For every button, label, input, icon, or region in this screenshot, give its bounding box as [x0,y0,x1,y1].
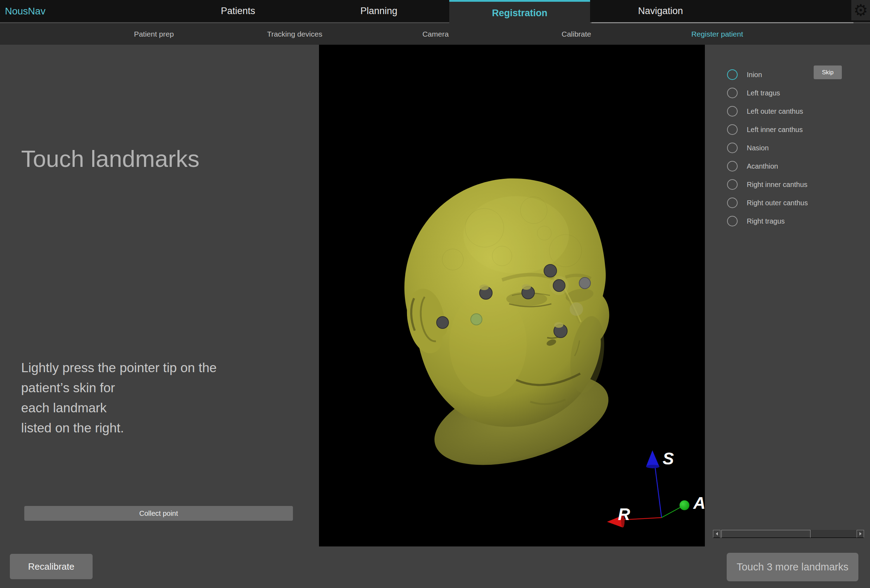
gear-icon: ⚙ [854,2,868,18]
scroll-right-arrow-icon [860,532,861,536]
head-landmark-dot [544,264,557,277]
head-landmark-dot [553,280,565,292]
skip-button[interactable]: Skip [814,65,842,79]
landmark-radio-icon[interactable] [727,124,737,135]
landmark-label: Left tragus [747,89,780,97]
nousnav-window: NousNav PatientsPlanningRegistrationNavi… [0,0,870,588]
app-logo: NousNav [5,0,45,22]
head-landmark-dot [570,302,583,316]
landmark-label: Left outer canthus [747,107,803,116]
step-tracking-devices[interactable]: Tracking devices [224,23,365,45]
head-landmark-dot [579,277,590,289]
axis-a-sphere [679,500,690,510]
landmark-item-right-outer-canthus[interactable]: Right outer canthus [727,194,808,212]
landmark-label: Left inner canthus [747,126,803,134]
step-camera[interactable]: Camera [365,23,506,45]
landmark-label: Nasion [747,144,769,152]
landmark-item-inion[interactable]: Inion [727,65,808,84]
landmark-label: Right tragus [747,217,785,225]
landmark-label: Acanthion [747,162,778,170]
3d-viewport[interactable]: S A R [319,45,705,546]
landmark-item-left-tragus[interactable]: Left tragus [727,84,808,102]
topbar-separator-highlight [591,22,854,23]
registration-step-bar: Patient prepTracking devicesCameraCalibr… [0,23,870,45]
axis-label-a: A [693,494,705,512]
settings-button[interactable]: ⚙ [851,0,870,21]
instruction-line: each landmark [21,398,216,418]
landmark-radio-icon[interactable] [727,143,737,153]
tab-registration[interactable]: Registration [449,0,590,25]
landmark-radio-icon[interactable] [727,216,737,226]
landmark-radio-icon[interactable] [727,179,737,190]
landmark-item-right-tragus[interactable]: Right tragus [727,212,808,230]
landmark-item-right-inner-canthus[interactable]: Right inner canthus [727,175,808,194]
axis-label-s: S [663,449,674,468]
landmark-dot-cap [480,284,489,290]
scrollbar-thumb[interactable] [721,530,810,538]
step-calibrate[interactable]: Calibrate [506,23,647,45]
horizontal-scrollbar [713,530,864,538]
head-model-render: S A R [319,45,705,546]
axis-label-r: R [618,505,630,524]
landmark-list: InionLeft tragusLeft outer canthusLeft i… [727,65,808,230]
axis-s-cone [646,450,660,467]
landmark-label: Right outer canthus [747,199,808,207]
instruction-line: listed on the right. [21,418,216,438]
instruction-line: patient’s skin for [21,378,216,398]
main-tab-bar: PatientsPlanningRegistrationNavigation [168,0,731,22]
orientation-axes: S A R [607,449,705,527]
head-landmark-dot [471,314,482,325]
step-register-patient[interactable]: Register patient [647,23,788,45]
landmark-radio-icon[interactable] [727,161,737,171]
head-landmark-dot [436,317,448,329]
landmark-radio-icon[interactable] [727,88,737,98]
touch-landmarks-progress-button[interactable]: Touch 3 more landmarks [727,553,858,581]
instruction-line: Lightly press the pointer tip on the [21,358,216,378]
landmark-label: Right inner canthus [747,181,807,189]
collect-point-button[interactable]: Collect point [24,506,293,521]
tab-navigation[interactable]: Navigation [590,0,731,22]
landmark-label: Inion [747,71,762,79]
landmark-item-left-inner-canthus[interactable]: Left inner canthus [727,121,808,139]
landmark-radio-icon[interactable] [727,198,737,208]
landmark-radio-icon[interactable] [727,69,737,80]
landmark-item-nasion[interactable]: Nasion [727,139,808,157]
landmark-radio-icon[interactable] [727,106,737,116]
scroll-left-arrow-icon [716,532,718,536]
step-patient-prep[interactable]: Patient prep [83,23,224,45]
recalibrate-button[interactable]: Recalibrate [10,554,92,579]
landmark-dot-cap [522,284,531,290]
scroll-left-button[interactable] [713,530,720,538]
tab-planning[interactable]: Planning [308,0,449,22]
instruction-text: Lightly press the pointer tip on the pat… [21,358,216,438]
scrollbar-track[interactable] [810,530,857,538]
tab-patients[interactable]: Patients [168,0,308,22]
page-title: Touch landmarks [21,145,199,172]
landmark-dot-cap [554,322,563,328]
landmark-item-left-outer-canthus[interactable]: Left outer canthus [727,102,808,121]
scroll-right-button[interactable] [857,530,864,538]
landmark-item-acanthion[interactable]: Acanthion [727,157,808,175]
